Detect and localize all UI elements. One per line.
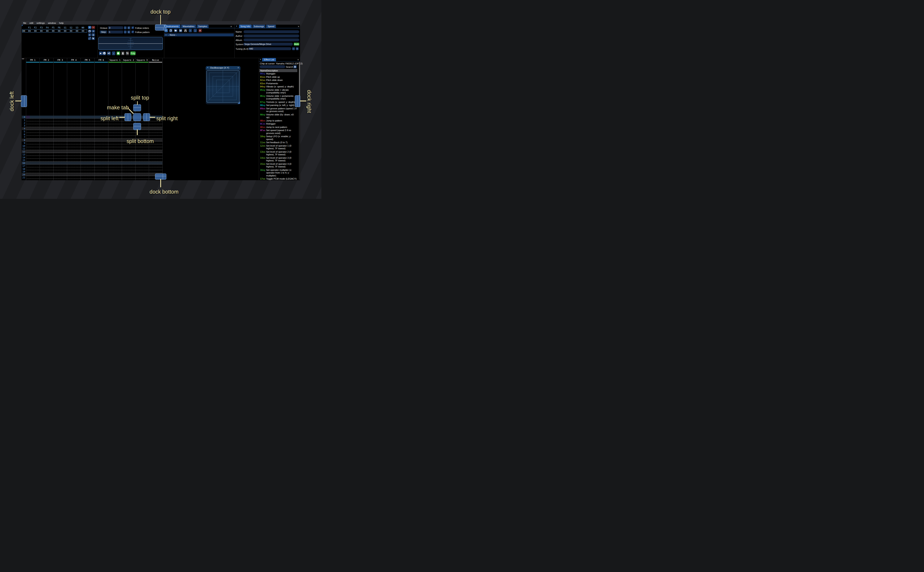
effect-row-09xx[interactable]: 09xxSet groove pattern (speed 1 if no gr… [259,107,299,113]
close-icon[interactable]: × [297,58,299,61]
dock-left-target[interactable] [21,95,27,107]
follow-orders-label[interactable]: Follow orders [135,27,149,29]
order-remove-button[interactable]: − [92,26,95,29]
channel-header-noise[interactable]: Noise [149,59,162,61]
close-icon[interactable]: × [298,25,299,28]
instrument-move-up-button[interactable]: ↑ [189,29,192,32]
poly-button[interactable]: Poly [130,51,136,55]
close-icon[interactable]: × [237,66,239,69]
menu-item-file[interactable]: file [23,22,26,24]
step-decrement-button[interactable]: − [124,31,126,33]
dock-bottom-target[interactable] [155,174,167,180]
pattern-row-number[interactable]: 6 [22,133,25,136]
order-duplicate-end-button[interactable]: ⇊ [92,33,95,36]
channel-header-fm-6[interactable]: FM 6 [94,59,108,61]
tuning-decrement-button[interactable]: − [292,47,295,50]
order-move-down-button[interactable]: ∨ [88,33,92,36]
pattern-row-number[interactable]: 0 [22,116,25,118]
pattern-row-number[interactable]: 18 [22,168,25,170]
menu-item-edit[interactable]: edit [30,22,33,24]
order-move-up-button[interactable]: ∧ [92,30,95,33]
effect-row-17xx[interactable]: 17xxToggle PCM mode (LEGACY) [259,177,299,180]
tab-effect-list[interactable]: Effect List [262,58,276,61]
resize-grip-icon[interactable] [237,101,240,104]
menu-item-window[interactable]: window [48,22,56,24]
pattern-row-number[interactable]: 17 [22,165,25,167]
menu-item-help[interactable]: help [59,22,64,24]
effect-list-menu-button[interactable] [293,65,297,68]
orders-cell[interactable]: 00 [45,30,50,32]
effect-row-01xx[interactable]: 01xxPitch slide up [259,76,299,79]
orders-cell[interactable]: 00 [75,30,79,32]
collapse-icon[interactable]: ▼ [207,67,209,68]
dock-right-target[interactable] [295,95,300,107]
effect-row-0Dxx[interactable]: 0DxxJump to next pattern [259,126,299,129]
orders-row-index[interactable]: 00 [21,30,26,32]
pattern-row-number[interactable]: 8 [22,139,25,141]
orders-cell[interactable]: 00 [39,30,44,32]
order-duplicate-button[interactable] [88,30,92,33]
effect-row-06xy[interactable]: 06xyVolume slide + portamento (compatibi… [259,95,299,101]
effect-row-0Cxx[interactable]: 0CxxRetrigger [259,122,299,126]
tab-instruments[interactable]: Instruments [165,25,180,28]
step-increment-button[interactable]: + [128,31,130,33]
pattern-row-number[interactable]: 9 [22,142,25,144]
pattern-row-number[interactable]: 3 [22,124,25,127]
play-to-cursor-button[interactable]: ▶ [107,51,111,55]
octave-increment-button[interactable]: + [128,26,130,29]
pattern-row-number[interactable]: 12 [22,150,25,153]
pattern-row-number[interactable]: 11 [22,148,25,150]
step-play-button[interactable]: ↓ [112,51,115,55]
play-pattern-button[interactable]: ▶ [103,51,106,55]
make-tab-target[interactable] [133,113,141,121]
system-field[interactable]: Sega Genesis/Mega Drive [243,43,293,45]
step-label-chip[interactable]: Step [100,31,107,33]
effect-row-00xy[interactable]: 00xyArpeggio [259,72,299,76]
oscilloscope-title-bar[interactable]: ▼ Oscilloscope (X-Y) × [206,66,240,70]
order-change-all-button[interactable] [88,37,92,40]
record-button[interactable] [117,51,120,55]
split-bottom-target[interactable] [133,123,141,130]
tab-wavetables[interactable]: Wavetables [181,25,196,28]
instrument-delete-button[interactable]: × [199,29,202,32]
orders-cell[interactable]: 00 [51,30,56,32]
split-left-target[interactable] [125,113,131,121]
tuning-increment-button[interactable]: + [296,47,299,50]
channel-header-square-3[interactable]: Square 3 [136,59,149,61]
effect-row-0Axy[interactable]: 0AxyVolume slide (0y: down; x0: up) [259,113,299,119]
channel-header-square-1[interactable]: Square 1 [108,59,122,61]
instrument-duplicate-button[interactable] [169,29,173,32]
effect-row-12xx[interactable]: 12xxSet level of operator 1 (0 highest, … [259,144,299,150]
pattern-row-number[interactable]: 7 [22,136,25,138]
tab-samples[interactable]: Samples [197,25,209,28]
effect-row-13xx[interactable]: 13xxSet level of operator 2 (0 highest, … [259,150,299,156]
effect-row-05xy[interactable]: 05xyVolume slide + vibrato (compatibilit… [259,89,299,95]
instrument-save-button[interactable] [179,29,182,32]
tab-song-info[interactable]: Song Info [239,25,252,28]
instrument-list-item-selected[interactable]: ○ - None - [164,33,234,37]
effect-table-header[interactable]: Name Description [259,69,297,72]
instrument-open-button[interactable] [174,29,178,32]
pattern-row-number[interactable]: 15 [22,159,25,162]
follow-pattern-checkbox[interactable]: ✓ [131,31,134,33]
pattern-row-number[interactable]: 13 [22,153,25,156]
split-top-target[interactable] [133,104,141,111]
pattern-row-number[interactable]: 1 [22,119,25,121]
pattern-row-number[interactable]: 4 [22,127,25,130]
effect-row-16xy[interactable]: 16xySet operator multiplier (x: operator… [259,168,299,177]
orders-cell[interactable]: 00 [33,30,38,32]
orders-cell[interactable]: 00 [62,30,68,32]
separator[interactable] [234,25,235,58]
pattern-row-number[interactable]: 10 [22,145,25,147]
album-field[interactable] [243,39,299,41]
channel-header-fm-1[interactable]: FM 1 [26,59,39,61]
separator[interactable] [22,58,300,58]
channel-header-fm-3[interactable]: FM 3 [53,59,67,61]
orders-cell[interactable]: 00 [80,30,86,32]
pattern-row-number[interactable]: 21 [22,176,25,179]
split-right-target[interactable] [143,113,150,121]
tuning-input[interactable]: 440 [248,47,291,50]
effect-row-15xx[interactable]: 15xxSet level of operator 4 (0 highest, … [259,162,299,168]
follow-pattern-label[interactable]: Follow pattern [135,31,150,33]
order-edit-mode-button[interactable] [92,37,95,40]
